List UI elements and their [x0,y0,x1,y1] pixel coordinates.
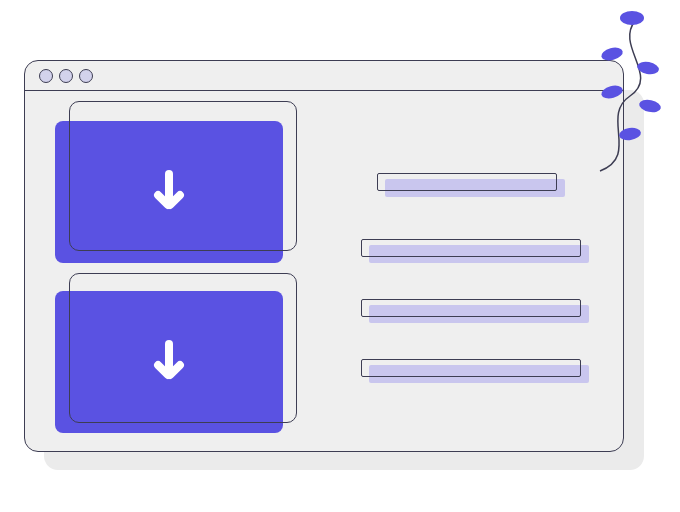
download-card-outline [69,273,297,423]
window-titlebar [25,61,623,91]
text-placeholder-line [361,299,581,317]
download-card-outline [69,101,297,251]
text-placeholder-line [361,359,581,377]
window-control-dot[interactable] [39,69,53,83]
text-placeholder-line [377,173,557,191]
window-control-dot[interactable] [59,69,73,83]
text-placeholder-line [361,239,581,257]
svg-point-2 [636,60,660,76]
app-window [24,60,624,452]
window-content [25,91,623,451]
svg-point-0 [620,11,644,25]
window-control-dot[interactable] [79,69,93,83]
